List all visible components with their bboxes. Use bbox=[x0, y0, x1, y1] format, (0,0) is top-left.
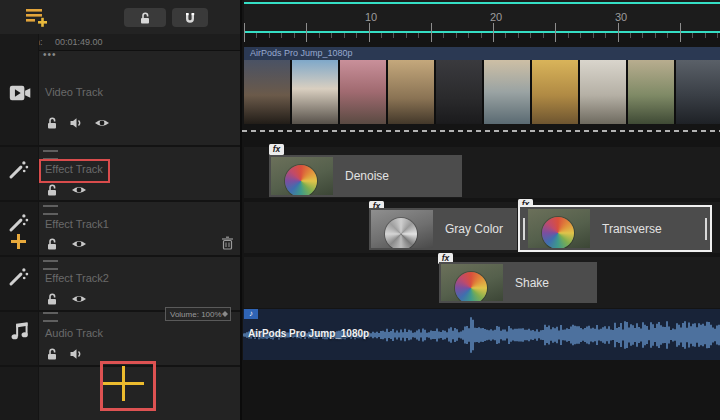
film-frame bbox=[580, 60, 626, 124]
video-track-drag-handle[interactable]: ••• bbox=[43, 52, 57, 58]
row-separator bbox=[0, 200, 240, 202]
effect2-visibility-eye-icon[interactable] bbox=[71, 293, 87, 305]
ruler-tick bbox=[518, 33, 519, 38]
magnet-icon bbox=[183, 11, 197, 25]
snap-magnet-button[interactable] bbox=[172, 8, 208, 27]
film-frame bbox=[532, 60, 578, 124]
audio-track-label[interactable]: Audio Track bbox=[45, 327, 103, 339]
fx-badge: fx bbox=[269, 144, 284, 155]
video-lock-icon[interactable] bbox=[45, 116, 59, 130]
effect-clip-shake[interactable]: Shake bbox=[439, 262, 597, 303]
effect-clip-transverse-selected[interactable]: Transverse bbox=[518, 205, 712, 252]
video-mute-icon[interactable] bbox=[69, 116, 84, 130]
effect-track2-icon bbox=[8, 266, 29, 287]
ruler-tick bbox=[406, 33, 407, 38]
video-editor-timeline: Duration: 00:01:49.00 bbox=[0, 0, 720, 420]
film-frame bbox=[388, 60, 434, 124]
ruler-tick bbox=[605, 33, 606, 38]
ruler-tick bbox=[331, 33, 332, 38]
delete-track-trash-icon[interactable] bbox=[221, 236, 234, 250]
timeline-area[interactable]: 10 20 30 AirPods Pro Jump_1080p bbox=[240, 0, 720, 420]
effect-thumbnail bbox=[441, 264, 503, 301]
video-clip[interactable]: AirPods Pro Jump_1080p bbox=[244, 47, 720, 124]
effect-thumbnail bbox=[528, 209, 590, 248]
video-clip-title: AirPods Pro Jump_1080p bbox=[244, 47, 720, 60]
film-frame bbox=[292, 60, 338, 124]
ruler-tick bbox=[680, 23, 681, 42]
duration-value: 00:01:49.00 bbox=[55, 34, 103, 50]
video-clip-filmstrip bbox=[244, 60, 720, 124]
ruler-tick bbox=[505, 33, 506, 38]
effect-track-label[interactable]: Effect Track bbox=[45, 163, 103, 175]
add-track-icon bbox=[26, 8, 48, 27]
effect-lock-icon[interactable] bbox=[45, 183, 59, 197]
audio-clip[interactable]: ♪ AirPods Pro Jump_1080p bbox=[243, 309, 720, 360]
ruler-tick bbox=[294, 33, 295, 38]
effect-thumbnail bbox=[371, 210, 433, 248]
track-header-panel: Duration: 00:01:49.00 bbox=[0, 0, 240, 420]
effect-visibility-eye-icon[interactable] bbox=[71, 184, 87, 196]
ruler-tick bbox=[269, 33, 270, 38]
add-effect-plus-icon[interactable] bbox=[17, 234, 20, 249]
clip-trim-handle-right[interactable] bbox=[705, 218, 707, 240]
effect-track1-label[interactable]: Effect Track1 bbox=[45, 218, 109, 230]
video-track-icon bbox=[9, 85, 31, 101]
effect-track1-icon bbox=[8, 212, 29, 233]
clip-trim-handle-left[interactable] bbox=[523, 218, 525, 240]
audio-track-drag-handle[interactable] bbox=[43, 312, 58, 322]
effect-track1-drag-handle[interactable] bbox=[43, 205, 58, 215]
ruler-tick bbox=[381, 33, 382, 38]
effect2-lock-icon[interactable] bbox=[45, 292, 59, 306]
effect-clip-gray-color[interactable]: Gray Color bbox=[369, 208, 517, 250]
effect1-lock-icon[interactable] bbox=[45, 237, 59, 251]
film-frame bbox=[484, 60, 530, 124]
effect1-visibility-eye-icon[interactable] bbox=[71, 238, 87, 250]
ruler-tick bbox=[281, 33, 282, 38]
audio-lock-icon[interactable] bbox=[45, 347, 59, 361]
audio-mute-icon[interactable] bbox=[69, 347, 84, 361]
video-visibility-eye-icon[interactable] bbox=[94, 117, 110, 129]
ruler-tick bbox=[418, 33, 419, 38]
ruler-tick bbox=[543, 33, 544, 38]
ruler-tick bbox=[306, 23, 307, 42]
film-frame bbox=[436, 60, 482, 124]
ruler-tick bbox=[369, 23, 370, 42]
ruler-tick bbox=[692, 33, 693, 38]
ruler-tick bbox=[393, 33, 394, 38]
effect-clip-denoise[interactable]: Denoise bbox=[269, 155, 462, 197]
ruler-tick bbox=[530, 33, 531, 38]
add-new-track-plus-button[interactable] bbox=[122, 366, 125, 401]
ruler-tick bbox=[642, 33, 643, 38]
ruler-tick bbox=[344, 33, 345, 38]
ruler-tick bbox=[618, 23, 619, 42]
film-frame bbox=[340, 60, 386, 124]
ruler-tick bbox=[468, 33, 469, 38]
effect-track-icon bbox=[8, 159, 29, 180]
audio-track-icon bbox=[9, 319, 29, 341]
add-track-highlight-box bbox=[100, 361, 156, 411]
ruler-tick bbox=[555, 23, 556, 42]
ruler-tick bbox=[431, 23, 432, 42]
keyframe-dashed-line bbox=[242, 130, 720, 132]
film-frame bbox=[244, 60, 290, 124]
effect-thumbnail bbox=[271, 157, 333, 195]
ruler-tick bbox=[443, 33, 444, 38]
lock-toggle-button[interactable] bbox=[124, 8, 166, 27]
add-track-button[interactable] bbox=[26, 8, 48, 27]
row-separator bbox=[0, 255, 240, 257]
effect-track2-drag-handle[interactable] bbox=[43, 260, 58, 270]
ruler-tick bbox=[319, 33, 320, 38]
ruler-tick bbox=[493, 23, 494, 42]
ruler-tick bbox=[667, 33, 668, 38]
film-frame bbox=[676, 60, 720, 124]
volume-down-arrow-icon[interactable] bbox=[222, 314, 228, 317]
film-frame bbox=[628, 60, 674, 124]
video-track-label[interactable]: Video Track bbox=[45, 86, 103, 98]
ruler-tick bbox=[481, 33, 482, 38]
ruler-tick bbox=[244, 23, 245, 42]
effect-clip-label: Denoise bbox=[345, 169, 389, 183]
timeline-toolbar bbox=[0, 0, 240, 35]
effect-track2-label[interactable]: Effect Track2 bbox=[45, 272, 109, 284]
volume-stepper[interactable]: Volume: 100% bbox=[165, 307, 231, 321]
ruler-tick bbox=[256, 33, 257, 38]
